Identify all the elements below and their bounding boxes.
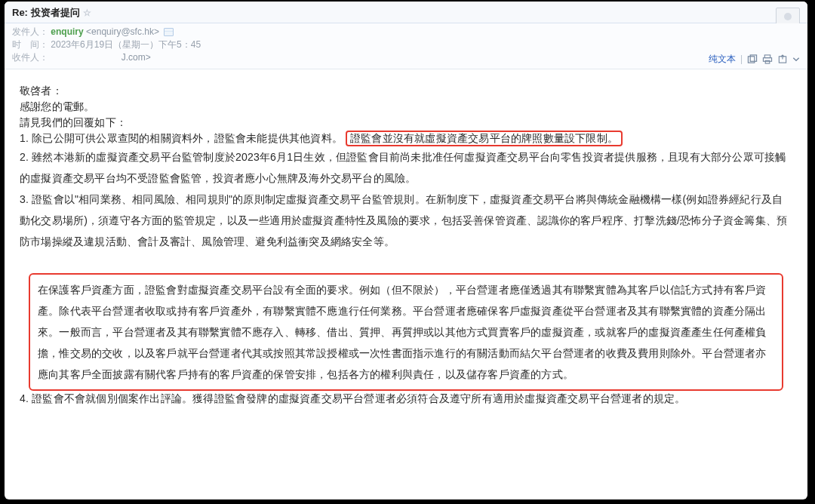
time-label: 时 间： bbox=[12, 39, 48, 50]
email-meta: 发件人： enquiry <enquiry@sfc.hk> 时 间： 2023年… bbox=[5, 23, 807, 69]
print-icon[interactable] bbox=[762, 54, 773, 64]
to-label: 收件人： bbox=[12, 52, 48, 63]
window-popout-icon[interactable] bbox=[747, 54, 758, 64]
sender-address: <enquiry@sfc.hk> bbox=[86, 26, 159, 37]
time-value: 2023年6月19日（星期一）下午5：45 bbox=[51, 39, 201, 50]
contact-card-icon[interactable] bbox=[164, 28, 174, 36]
see-below-line: 請見我們的回覆如下： bbox=[20, 115, 792, 131]
svg-rect-5 bbox=[765, 60, 770, 63]
svg-rect-1 bbox=[748, 57, 754, 63]
export-icon[interactable] bbox=[777, 54, 788, 64]
item1-highlight: 證監會並沒有就虛擬資產交易平台的牌照數量設下限制。 bbox=[346, 131, 623, 146]
from-label: 发件人： bbox=[12, 26, 48, 37]
star-icon[interactable]: ☆ bbox=[83, 8, 91, 18]
svg-point-0 bbox=[784, 13, 792, 20]
email-header: Re: 投资者提问 ☆ bbox=[5, 2, 807, 23]
highlight-block: 在保護客戶資產方面，證監會對虛擬資產交易平台設有全面的要求。例如（但不限於），平… bbox=[29, 273, 783, 391]
email-subject: Re: 投资者提问 ☆ bbox=[12, 6, 91, 20]
salutation: 敬啓者： bbox=[20, 83, 792, 99]
chevron-down-icon[interactable] bbox=[792, 54, 800, 64]
thanks-line: 感謝您的電郵。 bbox=[20, 99, 792, 115]
reply-item-3: 3. 證監會以"相同業務、相同風險、相同規則"的原則制定虛擬資產交易平台監管規則… bbox=[20, 189, 792, 252]
email-body: 敬啓者： 感謝您的電郵。 請見我們的回覆如下： 1. 除已公開可供公眾查閱的相關… bbox=[5, 69, 807, 499]
recipient-masked: J.com> bbox=[121, 52, 151, 63]
reply-item-1: 1. 除已公開可供公眾查閱的相關資料外，證監會未能提供其他資料。 證監會並沒有就… bbox=[20, 131, 792, 146]
subject-text: Re: 投资者提问 bbox=[12, 6, 80, 20]
item1-prefix: 1. 除已公開可供公眾查閱的相關資料外，證監會未能提供其他資料。 bbox=[20, 132, 343, 144]
reply-item-4: 4. 證監會不會就個別個案作出評論。獲得證監會發牌的虛擬資產交易平台營運者必須符… bbox=[20, 391, 792, 407]
sender-name[interactable]: enquiry bbox=[51, 26, 83, 37]
plaintext-toggle[interactable]: 纯文本 bbox=[709, 53, 736, 66]
email-viewer: Re: 投资者提问 ☆ 发件人： enquiry <enquiry@sfc.hk… bbox=[5, 2, 807, 499]
reply-item-2: 2. 雖然本港新的虛擬資產交易平台監管制度於2023年6月1日生效，但證監會目前… bbox=[20, 146, 792, 189]
email-toolbar: 纯文本 | bbox=[709, 53, 800, 66]
